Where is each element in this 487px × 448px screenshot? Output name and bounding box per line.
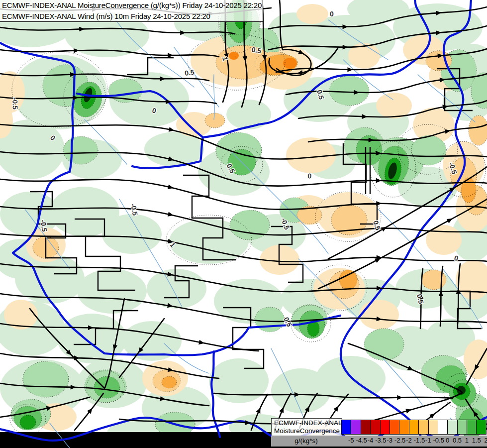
colorbar-tick: -1.5 [414,437,423,444]
legend-field-label: MoistureConvergence [274,427,340,435]
colorbar-tick: -1 [423,437,433,444]
colorbar-tick: 1 [462,437,472,444]
colorbar-cell [418,420,428,435]
colorbar-cell [351,420,361,435]
contour-label: 0 [307,172,312,180]
colorbar-cell [447,420,457,435]
colorbar-tick: 2 [481,437,487,444]
colorbar-cell [341,420,351,435]
colorbar-ticks: -5-4.5-4-3.5-3-2.5-2-1.5-1-0.500.511.52 [346,437,487,444]
contour-label: 0 [330,10,334,18]
colorbar-tick: 1.5 [472,437,481,444]
colorbar-tick: -3 [385,437,394,444]
colorbar-tick: -5 [346,437,356,444]
contour-label: -0.5 [39,220,48,232]
colorbar-cell [476,420,486,435]
contour-label: 0.5 [251,45,262,55]
colorbar-tick: 0 [443,437,452,444]
colorbar-cell [457,420,467,435]
legend-unit-label: g/(kg*s) [271,437,341,445]
title-line-moisture: ECMWF-INDEX-ANAL MoistureConvergence (g/… [0,0,263,11]
weather-map-screen: 0.5 0.5 0.5 0.5 0.5 0.5 0.5 -0.5 -0.5 -0… [0,0,487,448]
colorbar-tick: -0.5 [433,437,443,444]
colorbar [341,420,487,435]
title-line-wind: ECMWF-INDEX-ANAL Wind (m/s) 10m Friday 2… [0,11,263,22]
weather-map-canvas: 0.5 0.5 0.5 0.5 0.5 0.5 0.5 -0.5 -0.5 -0… [0,0,487,448]
colorbar-tick: -2.5 [394,437,404,444]
colorbar-tick: -4 [366,437,375,444]
colorbar-cell [409,420,419,435]
colorbar-cell [380,420,390,435]
colorbar-cell [438,420,448,435]
contour-label: 0.5 [184,68,195,77]
legend: ECMWF-INDEX-ANAL MoistureConvergence g/(… [271,418,487,448]
legend-model-label: ECMWF-INDEX-ANAL [274,419,342,427]
colorbar-tick: -2 [404,437,413,444]
colorbar-cell [428,420,438,435]
legend-model-name: ECMWF-INDEX-ANAL MoistureConvergence [274,419,342,435]
colorbar-cell [370,420,380,435]
contour-label: -0.5 [11,98,19,110]
colorbar-cell [390,420,399,435]
colorbar-tick: -4.5 [356,437,365,444]
colorbar-tick: 0.5 [452,437,462,444]
colorbar-cell [399,420,409,435]
title-box: ECMWF-INDEX-ANAL MoistureConvergence (g/… [0,0,263,22]
colorbar-cell [361,420,371,435]
colorbar-cell [467,420,477,435]
colorbar-tick: -3.5 [375,437,385,444]
